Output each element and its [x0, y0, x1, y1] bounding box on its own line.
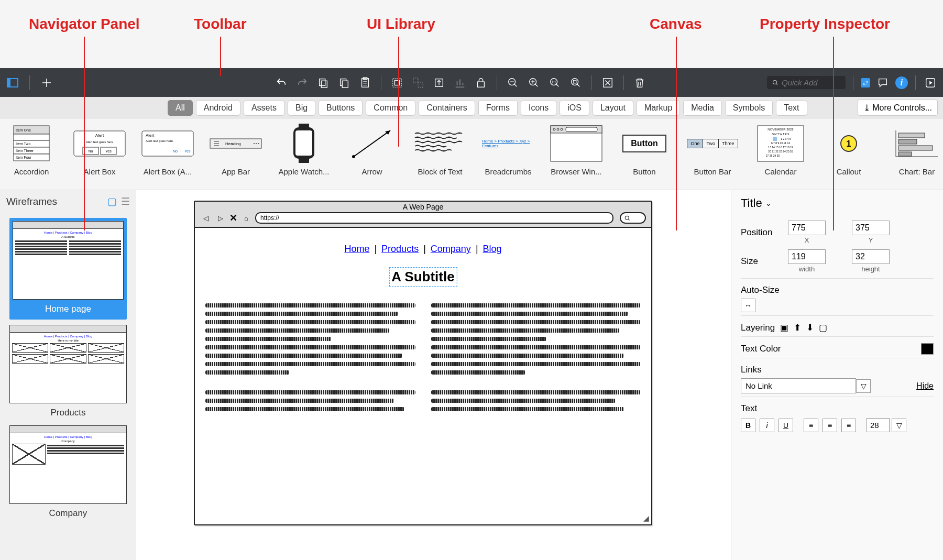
link-select[interactable]: No Link — [741, 378, 856, 393]
category-ios[interactable]: iOS — [560, 100, 589, 116]
lib-alertbox[interactable]: AlertAlert text goes hereNoYes Alert Box — [73, 123, 126, 176]
italic-button[interactable]: i — [760, 419, 774, 432]
bring-to-front-icon[interactable]: ▣ — [780, 322, 788, 333]
lib-applewatch[interactable]: Apple Watch... — [278, 123, 330, 176]
svg-rect-68 — [773, 137, 777, 141]
wireframe-thumb-home[interactable]: Home | Products | Company | BlogA Subtit… — [9, 218, 127, 320]
mockup-text-col-right — [431, 299, 641, 415]
play-icon[interactable] — [923, 75, 938, 90]
wireframe-thumb-company[interactable]: Home | Products | Company | BlogCompany … — [9, 425, 127, 521]
lib-callout[interactable]: 1 Callout — [823, 123, 875, 176]
quick-add-input[interactable] — [782, 78, 840, 87]
category-big[interactable]: Big — [288, 100, 315, 116]
align-icon[interactable] — [453, 75, 467, 90]
svg-text:No: No — [173, 149, 178, 153]
text-section: Text B i U ≡ ≡ ≡ ▽ — [741, 397, 934, 435]
font-size-dropdown[interactable]: ▽ — [892, 419, 906, 432]
autosize-horizontal-button[interactable]: ↔ — [741, 299, 755, 312]
category-buttons[interactable]: Buttons — [319, 100, 363, 116]
lib-buttonbar[interactable]: OneTwoThree Button Bar — [686, 123, 739, 176]
category-common[interactable]: Common — [366, 100, 415, 116]
category-text[interactable]: Text — [776, 100, 807, 116]
mockup-page-title: A Web Page — [195, 202, 651, 212]
annotation-toolbar: Toolbar — [194, 16, 247, 32]
svg-text:S M T W T F S: S M T W T F S — [772, 133, 790, 136]
mockup-subtitle-selected[interactable]: A Subtitle — [389, 267, 457, 287]
ungroup-icon[interactable] — [411, 75, 425, 90]
paste-icon[interactable] — [337, 75, 352, 90]
zoom-all-icon[interactable] — [568, 75, 583, 90]
markup-toggle-icon[interactable] — [600, 75, 615, 90]
comments-badge-icon[interactable]: ⇄ — [861, 78, 870, 87]
align-right-button[interactable]: ≡ — [841, 419, 856, 432]
mockup-browser-window[interactable]: A Web Page ◁ ▷ ✕ ⌂ https:// Home | Produ… — [194, 201, 652, 525]
category-containers[interactable]: Containers — [419, 100, 475, 116]
svg-rect-10 — [413, 78, 418, 82]
lib-accordion[interactable]: Item OneItem TwoItem ThreeItem Four Acco… — [5, 123, 58, 176]
lib-arrow[interactable]: Arrow — [346, 123, 398, 176]
bring-front-icon[interactable] — [432, 75, 446, 90]
send-backward-icon[interactable]: ⬇ — [806, 322, 814, 333]
align-center-button[interactable]: ≡ — [823, 419, 837, 432]
position-x-input[interactable] — [788, 221, 826, 235]
category-media[interactable]: Media — [683, 100, 722, 116]
lib-calendar[interactable]: NOVEMBER 2022S M T W T F S1 2 3 4 56 7 8… — [754, 123, 807, 176]
lib-browserwin[interactable]: Browser Win... — [550, 123, 602, 176]
category-markup[interactable]: Markup — [637, 100, 680, 116]
annotation-ui-library: UI Library — [367, 16, 435, 32]
navigator-header: Wireframes ▢ ☰ — [0, 190, 136, 213]
mockup-nav-links: Home | Products | Company | Blog — [205, 244, 641, 255]
category-layout[interactable]: Layout — [593, 100, 633, 116]
svg-point-21 — [773, 80, 777, 84]
panel-toggle-icon[interactable] — [5, 75, 20, 90]
lib-blockoftext[interactable]: Block of Text — [414, 123, 466, 176]
resize-handle-icon[interactable]: ◢ — [643, 514, 649, 522]
bring-forward-icon[interactable]: ⬆ — [794, 322, 801, 333]
zoom-fit-icon[interactable]: 1:1 — [547, 75, 562, 90]
bold-button[interactable]: B — [741, 419, 755, 432]
list-view-icon[interactable]: ☰ — [121, 195, 130, 207]
send-to-back-icon[interactable]: ▢ — [819, 322, 827, 333]
clipboard-icon[interactable] — [358, 75, 372, 90]
lib-appbar[interactable]: Heading App Bar — [210, 123, 262, 176]
text-color-swatch[interactable] — [921, 343, 934, 355]
inspector-title[interactable]: Title ⌄ — [741, 196, 934, 215]
font-size-input[interactable] — [867, 418, 890, 432]
category-all[interactable]: All — [168, 100, 193, 116]
navigator-panel: Wireframes ▢ ☰ Home | Products | Company… — [0, 190, 136, 560]
category-forms[interactable]: Forms — [478, 100, 518, 116]
category-assets[interactable]: Assets — [244, 100, 284, 116]
redo-icon[interactable] — [295, 75, 310, 90]
chat-icon[interactable] — [875, 75, 890, 90]
info-icon[interactable]: i — [895, 76, 908, 89]
svg-point-47 — [256, 143, 257, 144]
category-android[interactable]: Android — [196, 100, 240, 116]
trash-icon[interactable] — [632, 75, 647, 90]
align-left-button[interactable]: ≡ — [804, 419, 818, 432]
height-input[interactable] — [852, 249, 890, 264]
undo-icon[interactable] — [274, 75, 289, 90]
lib-chartbar[interactable]: Chart: Bar — [891, 123, 943, 176]
svg-rect-11 — [418, 83, 423, 87]
wireframe-thumb-products[interactable]: Home | Products | Company | BlogHere is … — [9, 325, 127, 420]
canvas-area[interactable]: A Web Page ◁ ▷ ✕ ⌂ https:// Home | Produ… — [136, 190, 731, 560]
more-controls-button[interactable]: ⤓ More Controls... — [858, 100, 938, 116]
category-icons[interactable]: Icons — [521, 100, 556, 116]
position-y-input[interactable] — [852, 221, 890, 235]
category-symbols[interactable]: Symbols — [725, 100, 773, 116]
width-input[interactable] — [788, 249, 826, 264]
zoom-in-icon[interactable] — [527, 75, 541, 90]
add-icon[interactable] — [39, 75, 54, 90]
grid-view-icon[interactable]: ▢ — [107, 195, 117, 207]
hide-link[interactable]: Hide — [916, 381, 934, 391]
wireframe-label: Products — [9, 403, 127, 420]
lib-button[interactable]: Button Button — [618, 123, 671, 176]
underline-button[interactable]: U — [778, 419, 793, 432]
lib-alertbox-android[interactable]: AlertAlert text goes hereNoYes Alert Box… — [141, 123, 194, 176]
copy-icon[interactable] — [316, 75, 331, 90]
lock-icon[interactable] — [474, 75, 488, 90]
link-dropdown-button[interactable]: ▽ — [856, 379, 871, 393]
lib-breadcrumbs[interactable]: Home > Products > Xyz > Features Breadcr… — [482, 123, 534, 176]
group-icon[interactable] — [390, 75, 404, 90]
zoom-out-icon[interactable] — [506, 75, 520, 90]
